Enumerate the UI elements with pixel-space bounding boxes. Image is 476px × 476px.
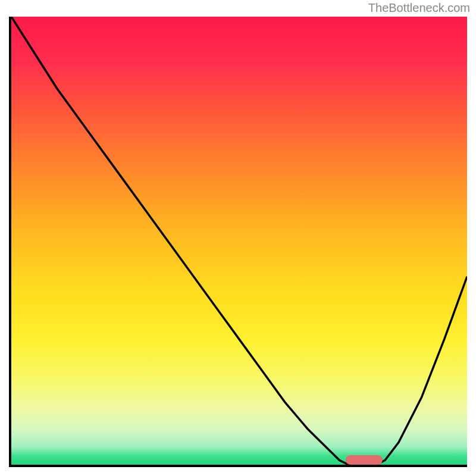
optimal-zone-marker [346,455,383,465]
chart-plot-area [9,17,467,467]
watermark-text: TheBottleneck.com [368,1,470,15]
chart-curve [11,17,467,465]
